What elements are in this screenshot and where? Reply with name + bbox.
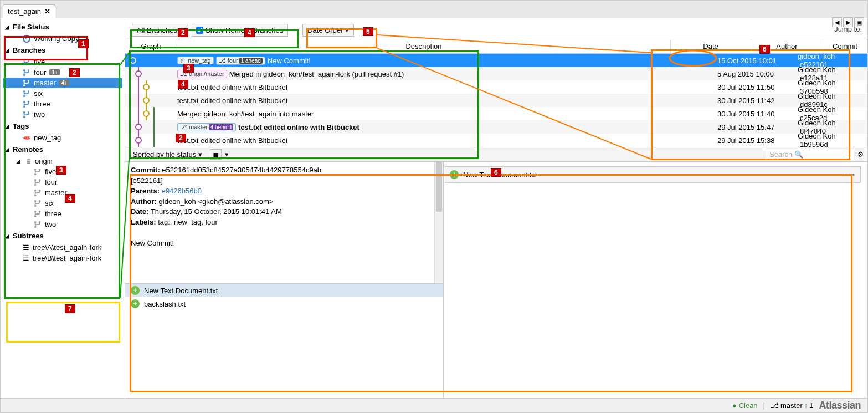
commit-table-header: Graph Description Date Author Commit <box>125 39 867 54</box>
branch-master[interactable]: master4↓ <box>3 78 122 88</box>
svg-point-17 <box>28 111 30 113</box>
subtree-icon: ☰ <box>23 254 29 262</box>
svg-point-34 <box>34 226 37 228</box>
chevron-down-icon[interactable]: ▾ <box>225 150 229 159</box>
col-commit[interactable]: Commit <box>823 39 867 53</box>
branch-icon <box>23 79 30 87</box>
svg-point-0 <box>23 58 25 60</box>
remote-branch-master[interactable]: master <box>1 187 125 198</box>
svg-point-41 <box>143 84 149 90</box>
status-branch[interactable]: ⎇master ↑1 <box>771 401 813 410</box>
ref-badge[interactable]: ⎇ origin/master <box>177 70 227 78</box>
scrollbar[interactable] <box>434 162 443 283</box>
branches-header[interactable]: ◢Branches <box>1 44 125 57</box>
commit-row[interactable]: test.txt edited online with Bitbucket29 … <box>125 134 867 147</box>
commit-row[interactable]: Merged gideon_koh/test_again into master… <box>125 107 867 120</box>
subtree-icon: ☰ <box>23 243 29 252</box>
ref-badge[interactable]: 🏷 new_tag <box>177 57 214 64</box>
tab-title: test_again <box>8 7 41 16</box>
commit-row[interactable]: ⎇ origin/master Merged in gideon_koh/tes… <box>125 67 867 80</box>
branch-six[interactable]: six <box>1 88 125 99</box>
search-input[interactable]: Search 🔍 <box>766 149 854 160</box>
main-content: All Branches▾ Show Remote Branches Date … <box>125 18 867 398</box>
svg-point-44 <box>143 98 149 103</box>
col-author[interactable]: Author <box>751 39 823 53</box>
subtree-item[interactable]: ☰tree\A\test_again-fork <box>1 242 125 253</box>
chevron-down-icon: ▾ <box>345 26 349 34</box>
commit-row[interactable]: ⎇ master 4 behindtest.txt edited online … <box>125 120 867 134</box>
remote-branch-five[interactable]: five <box>1 166 125 177</box>
filter-toolbar: All Branches▾ Show Remote Branches Date … <box>125 18 867 39</box>
branch-filter-dropdown[interactable]: All Branches▾ <box>132 24 188 37</box>
svg-point-20 <box>39 168 41 170</box>
list-view-icon[interactable]: ≣ <box>210 149 222 160</box>
brand-logo: Atlassian <box>819 400 861 411</box>
col-description[interactable]: Description <box>177 39 671 53</box>
svg-point-6 <box>23 79 25 81</box>
remote-branch-four[interactable]: four <box>1 177 125 187</box>
ref-badge[interactable]: ⎇ master 4 behind <box>177 123 236 131</box>
branch-four[interactable]: four1↑ <box>1 67 125 78</box>
changed-files-list: +New Text Document.txt+backslash.txt <box>125 283 443 310</box>
tag-item[interactable]: 🔖new_tag <box>1 132 125 143</box>
more-icon[interactable]: ••• <box>845 171 856 179</box>
diff-panel: + New Text Document.txt ••• <box>444 162 867 398</box>
svg-point-14 <box>28 100 30 103</box>
svg-point-19 <box>34 173 37 175</box>
subtrees-header[interactable]: ◢Subtrees <box>1 230 125 242</box>
show-remote-checkbox[interactable]: Show Remote Branches <box>192 24 288 37</box>
chevron-down-icon: ▾ <box>198 150 202 159</box>
plus-icon: + <box>131 286 140 295</box>
plus-icon: + <box>450 170 459 179</box>
subtree-item[interactable]: ☰tree\B\test_again-fork <box>1 253 125 263</box>
branch-three[interactable]: three <box>1 99 125 109</box>
gear-icon[interactable]: ⚙ <box>857 150 864 159</box>
remote-branch-two[interactable]: two <box>1 219 125 230</box>
plus-icon: + <box>131 299 140 308</box>
svg-point-28 <box>34 205 37 207</box>
svg-point-15 <box>23 111 25 113</box>
branch-icon <box>34 168 42 176</box>
ref-badge[interactable]: ⎇ four 1 ahead <box>216 57 265 65</box>
working-copy-item[interactable]: Working Copy <box>1 33 125 44</box>
svg-point-54 <box>136 137 141 143</box>
svg-point-25 <box>34 194 37 196</box>
changed-file[interactable]: +New Text Document.txt <box>125 284 443 297</box>
close-icon[interactable]: ✕ <box>44 7 50 16</box>
commit-row[interactable]: test.txt edited online with Bitbucket30 … <box>125 80 867 94</box>
check-icon <box>23 35 30 43</box>
tags-header[interactable]: ◢Tags <box>1 120 125 132</box>
svg-point-35 <box>39 221 41 223</box>
svg-point-26 <box>39 189 41 191</box>
branch-icon <box>23 58 30 66</box>
svg-point-18 <box>34 168 37 170</box>
svg-point-31 <box>34 215 37 217</box>
branch-icon <box>23 100 30 108</box>
remote-branch-six[interactable]: six <box>1 198 125 208</box>
order-dropdown[interactable]: Date Order▾ <box>302 24 354 37</box>
svg-point-30 <box>34 210 37 212</box>
file-status-header[interactable]: ◢File Status <box>1 21 125 33</box>
status-bar: ●Clean | ⎇master ↑1 Atlassian <box>1 398 867 412</box>
remotes-header[interactable]: ◢Remotes <box>1 143 125 156</box>
col-graph[interactable]: Graph <box>125 39 177 53</box>
remote-branch-three[interactable]: three <box>1 208 125 219</box>
branch-two[interactable]: two <box>1 109 125 120</box>
sort-dropdown[interactable]: Sorted by file status▾ <box>129 149 207 160</box>
detail-area: Commit: e522161dd053c84527a305474b442977… <box>125 162 867 398</box>
svg-point-11 <box>28 90 30 92</box>
col-date[interactable]: Date <box>671 39 751 53</box>
chevron-down-icon: ▾ <box>179 26 183 34</box>
changed-file[interactable]: +backslash.txt <box>125 297 443 310</box>
branch-icon: ⎇ <box>771 401 779 410</box>
commit-row[interactable]: 🏷 new_tag ⎇ four 1 aheadNew Commit!15 Oc… <box>125 54 867 67</box>
commit-row[interactable]: test.txt edited online with Bitbucket30 … <box>125 94 867 107</box>
remote-origin[interactable]: ◢🖥origin <box>1 156 125 166</box>
branch-five[interactable]: five <box>1 57 125 67</box>
svg-point-48 <box>143 111 149 116</box>
svg-point-8 <box>28 79 30 81</box>
svg-point-51 <box>136 124 141 130</box>
parent-link[interactable]: e9426b56b0 <box>162 187 202 195</box>
svg-point-38 <box>136 71 141 77</box>
repo-tab[interactable]: test_again ✕ <box>3 4 55 18</box>
